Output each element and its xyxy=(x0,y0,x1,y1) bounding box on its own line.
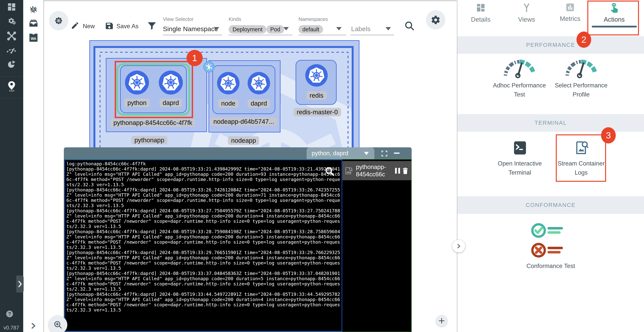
adhoc-performance-icon[interactable] xyxy=(500,57,539,79)
conformance-test-item[interactable]: Conformance Test xyxy=(526,261,575,271)
view-selector-caret-icon[interactable] xyxy=(214,27,219,30)
toolbox-icon[interactable] xyxy=(0,30,23,41)
group-label: pythonapp xyxy=(131,136,167,144)
kanvas-logo-button[interactable] xyxy=(49,11,68,30)
annotation-rect-1 xyxy=(115,61,193,118)
daprd2-container-node[interactable] xyxy=(248,72,270,95)
terminal-selector-value: python, daprd xyxy=(312,150,348,157)
open-terminal-item[interactable]: Open InteractiveTerminal xyxy=(498,159,542,177)
namespace-chip-default[interactable]: default xyxy=(298,25,323,34)
kinds-caret-icon[interactable] xyxy=(284,27,289,30)
adhoc-performance-item[interactable]: Adhoc PerformanceTest xyxy=(493,81,546,99)
catalog-drawer-icon[interactable] xyxy=(29,18,38,28)
annotation-rect-3 xyxy=(556,134,606,182)
top-shadow xyxy=(44,0,456,2)
save-icon[interactable] xyxy=(105,22,114,31)
kinds-label: Kinds xyxy=(229,16,241,22)
magnifier-cursor-icon xyxy=(324,166,335,177)
app-version: v0.787 xyxy=(4,325,19,331)
panel-collapse-button[interactable] xyxy=(452,240,465,253)
meshery-spiral-icon[interactable] xyxy=(29,5,38,14)
view-selector-label: View Selector xyxy=(163,16,194,22)
tab-metrics[interactable]: Metrics xyxy=(549,3,592,22)
stream-sidebar: pythonapp- 8454cc66c xyxy=(342,160,411,332)
filter-icon[interactable] xyxy=(147,21,157,32)
location-pin-icon[interactable] xyxy=(0,81,23,92)
pencil-icon[interactable] xyxy=(71,21,79,30)
extensions-strip: WA xyxy=(23,0,44,332)
redis-container-node[interactable] xyxy=(305,64,328,87)
container-label: redis xyxy=(306,91,326,100)
select-profile-item[interactable]: Select PerformanceProfile xyxy=(555,81,608,99)
annotation-step-1: 1 xyxy=(186,50,203,66)
minimize-icon[interactable] xyxy=(394,153,400,154)
section-conformance: CONFORMANCE xyxy=(457,196,644,214)
app-sidebar: ? v0.787 xyxy=(0,0,23,332)
stream-session-title: pythonapp- 8454cc66c xyxy=(356,163,386,178)
view-selector-value[interactable]: Single Namespace xyxy=(163,25,218,33)
annotation-step-3: 3 xyxy=(601,127,616,143)
group-label: nodeapp xyxy=(228,136,259,145)
help-glyph: ? xyxy=(8,311,11,317)
settings-gear-button[interactable] xyxy=(426,10,445,29)
help-icon[interactable]: ? xyxy=(6,311,13,317)
log-text: log:pythonapp-8454cc66c-4f7fk [pythonapp… xyxy=(66,161,340,313)
pod-label: nodeapp-d64b5747... xyxy=(210,117,277,126)
tab-views[interactable]: Views xyxy=(505,3,548,23)
terminal-body: log:pythonapp-8454cc66c-4f7fk [pythonapp… xyxy=(64,159,412,332)
kind-chip-deployment[interactable]: Deployment xyxy=(229,25,266,34)
terminal-container-selector[interactable]: python, daprd xyxy=(306,147,374,159)
annotation-rect-2 xyxy=(587,0,639,35)
add-node-button[interactable] xyxy=(436,315,447,327)
fullscreen-icon[interactable] xyxy=(381,150,388,158)
select-profile-icon[interactable] xyxy=(562,57,600,79)
wa-glyph: WA xyxy=(31,37,36,41)
save-as-button[interactable]: Save As xyxy=(116,23,138,30)
pause-stream-icon[interactable] xyxy=(395,167,400,174)
sidebar-expand-button[interactable] xyxy=(16,276,24,293)
settings-gears-icon[interactable] xyxy=(0,16,23,27)
log-terminal-window: python, daprd log:pythonapp-8454cc66c-4f… xyxy=(64,147,412,332)
kind-chip-pod[interactable]: Pod xyxy=(266,25,284,34)
pod-label: redis-master-0 xyxy=(294,108,341,116)
section-terminal: TERMINAL xyxy=(457,114,644,132)
container-label: daprd xyxy=(248,99,270,108)
new-button[interactable]: New xyxy=(83,23,95,30)
section-performance: PERFORMANCE xyxy=(457,36,644,54)
details-panel: Details Views Metrics Actions PERFORMANC… xyxy=(457,0,644,332)
zoom-in-button[interactable] xyxy=(49,316,67,332)
log-output-pane[interactable]: log:pythonapp-8454cc66c-4f7fk [pythonapp… xyxy=(64,160,342,332)
tab-details[interactable]: Details xyxy=(460,3,502,23)
labels-placeholder[interactable]: Labels xyxy=(351,25,370,33)
dapr-badge-icon xyxy=(203,61,214,73)
namespaces-caret-icon[interactable] xyxy=(336,27,342,30)
dashboard-icon[interactable] xyxy=(0,1,23,12)
container-label: node xyxy=(218,99,238,108)
pod-label: pythonapp-8454cc66c-4f7fk xyxy=(110,118,195,127)
chart-icon[interactable] xyxy=(0,59,23,70)
delete-stream-icon[interactable] xyxy=(402,167,408,174)
conformance-icon[interactable] xyxy=(530,222,571,262)
search-icon[interactable] xyxy=(404,20,415,32)
wasm-extension-icon[interactable]: WA xyxy=(29,33,38,42)
stream-session-item[interactable]: pythonapp- 8454cc66c xyxy=(342,161,411,180)
terminal-selector-caret-icon xyxy=(364,151,369,155)
stream-logs-icon xyxy=(345,167,353,175)
performance-gauge-icon[interactable] xyxy=(0,44,23,55)
strip-expand-icon[interactable] xyxy=(30,323,40,332)
node-container-node[interactable] xyxy=(217,72,240,95)
labels-caret-icon[interactable] xyxy=(386,27,391,30)
open-terminal-icon[interactable] xyxy=(513,141,527,156)
annotation-step-2: 2 xyxy=(576,31,591,48)
namespaces-label: Namespaces xyxy=(298,16,328,22)
